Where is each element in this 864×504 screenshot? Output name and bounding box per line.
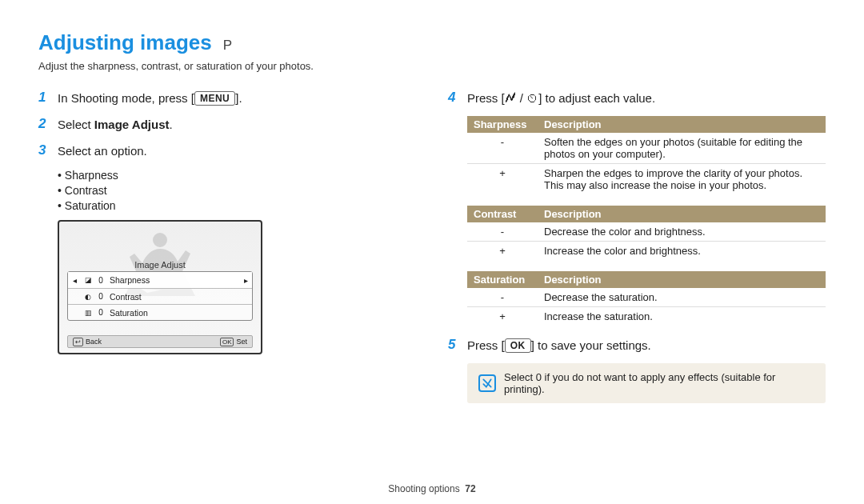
flash-timer-icons: 🗲 / ⏲: [505, 91, 539, 105]
back-key-icon: ↩: [73, 338, 83, 346]
lcd-panel: ◂ ◪ 0 Sharpness ▸ ◐ 0 Contrast: [67, 271, 253, 321]
step1-text-b: ].: [235, 91, 242, 105]
th-sharpness: Sharpness: [467, 116, 538, 133]
step-number: 1: [38, 90, 50, 106]
right-column: 4 Press [🗲 / ⏲] to adjust each value. Sh…: [448, 90, 826, 403]
note-box: Select 0 if you do not want to apply any…: [467, 363, 826, 403]
th-desc: Description: [538, 271, 826, 288]
ok-key-icon: OK: [220, 338, 234, 346]
sublist-item: Sharpness: [58, 169, 416, 182]
step2-bold: Image Adjust: [94, 118, 170, 131]
step-5: 5 Press [OK] to save your settings.: [448, 337, 826, 354]
saturation-icon: ▥: [81, 309, 95, 317]
lcd-back-label: Back: [86, 338, 102, 346]
step4-text-a: Press [: [467, 91, 505, 105]
mode-badge: P: [223, 38, 232, 54]
step5-text-a: Press [: [467, 338, 505, 352]
step5-text-b: ] to save your settings.: [531, 338, 651, 352]
footer-page: 72: [465, 483, 475, 494]
step-number: 5: [448, 337, 459, 353]
lcd-label: Sharpness: [106, 275, 239, 285]
table-row: +Increase the color and brightness.: [467, 242, 826, 261]
note-icon: [478, 374, 496, 392]
lcd-set-label: Set: [236, 338, 247, 346]
lcd-value: 0: [95, 292, 106, 301]
page-footer: Shooting options 72: [0, 483, 864, 494]
step3-text: Select an option.: [58, 142, 147, 159]
lcd-label: Contrast: [106, 292, 239, 302]
sublist-item: Saturation: [58, 199, 416, 212]
sharpness-icon: ◪: [81, 276, 95, 284]
lcd-footer: ↩Back OKSet: [67, 335, 253, 348]
th-saturation: Saturation: [467, 271, 538, 288]
note-text: Select 0 if you do not want to apply any…: [504, 371, 814, 395]
lcd-title: Image Adjust: [134, 260, 186, 270]
lcd-value: 0: [95, 308, 106, 317]
step-2: 2 Select Image Adjust.: [38, 116, 416, 133]
lcd-value: 0: [95, 276, 106, 285]
step2-text-b: .: [170, 118, 173, 131]
ok-button-icon: OK: [505, 338, 531, 353]
table-row: +Increase the saturation.: [467, 307, 826, 326]
subtitle-text: Adjust the sharpness, contrast, or satur…: [38, 60, 826, 72]
lcd-row-saturation: ▥ 0 Saturation: [68, 304, 252, 320]
footer-section: Shooting options: [388, 483, 459, 494]
step4-text-b: ] to adjust each value.: [538, 91, 655, 105]
table-row: -Decrease the saturation.: [467, 288, 826, 307]
page-title: Adjusting images P: [38, 30, 826, 55]
menu-button-icon: MENU: [194, 91, 235, 106]
saturation-table: SaturationDescription -Decrease the satu…: [467, 271, 826, 326]
left-column: 1 In Shooting mode, press [MENU]. 2 Sele…: [38, 90, 416, 403]
step-4: 4 Press [🗲 / ⏲] to adjust each value.: [448, 90, 826, 106]
lcd-row-sharpness: ◂ ◪ 0 Sharpness ▸: [68, 272, 252, 288]
th-desc: Description: [538, 206, 826, 222]
step-number: 2: [38, 116, 50, 132]
step-number: 4: [448, 90, 459, 106]
th-contrast: Contrast: [467, 206, 538, 222]
sublist-item: Contrast: [58, 184, 416, 197]
table-row: -Decrease the color and brightness.: [467, 222, 826, 242]
lcd-row-contrast: ◐ 0 Contrast: [68, 288, 252, 304]
table-row: -Soften the edges on your photos (suitab…: [467, 133, 826, 164]
table-row: +Sharpen the edges to improve the clarit…: [467, 164, 826, 195]
option-sublist: Sharpness Contrast Saturation: [58, 169, 416, 212]
step-1: 1 In Shooting mode, press [MENU].: [38, 90, 416, 106]
step-number: 3: [38, 142, 50, 158]
step-3: 3 Select an option.: [38, 142, 416, 159]
step2-text-a: Select: [58, 118, 94, 131]
lcd-label: Saturation: [106, 308, 239, 318]
step1-text-a: In Shooting mode, press [: [58, 91, 194, 105]
th-desc: Description: [538, 116, 826, 133]
arrow-right-icon: ▸: [239, 276, 252, 285]
title-text: Adjusting images: [38, 30, 212, 55]
sharpness-table: SharpnessDescription -Soften the edges o…: [467, 116, 826, 194]
contrast-icon: ◐: [81, 293, 95, 301]
contrast-table: ContrastDescription -Decrease the color …: [467, 206, 826, 260]
arrow-left-icon: ◂: [68, 276, 81, 285]
lcd-mockup: Image Adjust ◂ ◪ 0 Sharpness ▸ ◐ 0 Contr…: [58, 220, 262, 354]
